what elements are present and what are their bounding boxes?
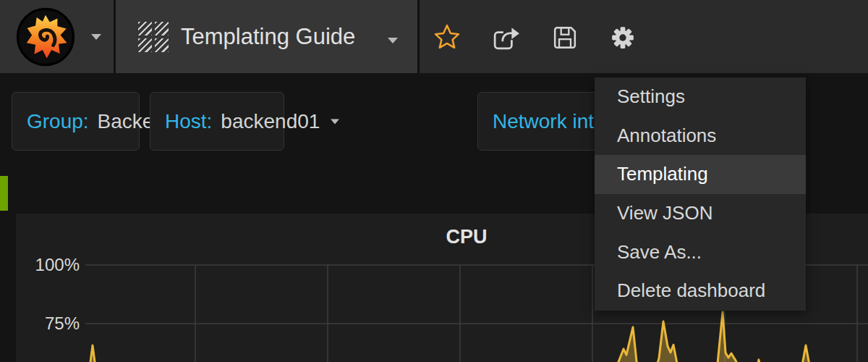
- y-tick-label: 100%: [16, 255, 80, 275]
- y-tick-label: 75%: [16, 313, 80, 334]
- navbar-divider: [417, 0, 420, 73]
- menu-item-annotations[interactable]: Annotations: [595, 117, 806, 156]
- star-button[interactable]: [434, 24, 460, 49]
- menu-item-templating[interactable]: Templating: [595, 155, 806, 194]
- title-dropdown-caret[interactable]: [388, 38, 398, 43]
- variable-label: Host:: [165, 110, 212, 133]
- menu-item-settings[interactable]: Settings: [595, 77, 806, 117]
- menu-item-view-json[interactable]: View JSON: [595, 194, 806, 233]
- logo-section: [0, 0, 114, 73]
- menu-item-save-as[interactable]: Save As...: [595, 232, 806, 272]
- menu-item-delete-dashboard[interactable]: Delete dashboard: [595, 272, 806, 311]
- star-icon: [434, 24, 460, 49]
- dashboard-grid-icon: [138, 22, 170, 52]
- dashboard-title-section[interactable]: Templating Guide: [116, 0, 417, 73]
- variable-label: Group:: [27, 110, 89, 133]
- variable-selector-group[interactable]: Group: Backend: [12, 92, 140, 151]
- dashboard-title[interactable]: Templating Guide: [181, 0, 355, 73]
- chevron-down-icon: [331, 119, 339, 124]
- variable-selector-host[interactable]: Host: backend01: [150, 92, 284, 151]
- gear-icon: [610, 25, 635, 50]
- logo-dropdown-caret[interactable]: [91, 34, 101, 40]
- variable-label: Network int: [493, 110, 594, 133]
- settings-dropdown-menu: Settings Annotations Templating View JSO…: [595, 77, 806, 311]
- save-button[interactable]: [553, 25, 577, 50]
- share-button[interactable]: [493, 25, 520, 50]
- settings-button[interactable]: [610, 25, 635, 50]
- row-toggle-handle[interactable]: [0, 176, 8, 211]
- grafana-logo[interactable]: [16, 7, 75, 67]
- save-icon: [553, 25, 577, 50]
- variable-value: backend01: [221, 110, 320, 133]
- share-icon: [493, 25, 520, 50]
- top-navbar: Templating Guide: [0, 0, 868, 73]
